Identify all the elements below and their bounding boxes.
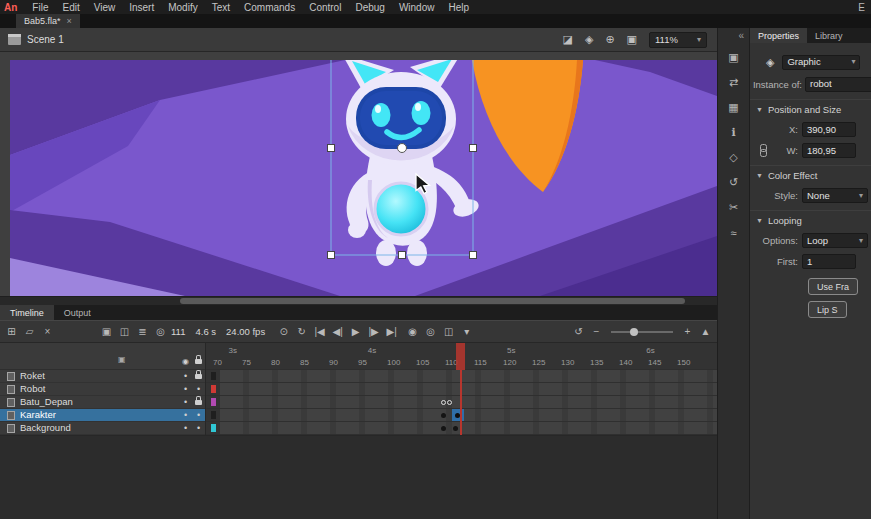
zoom-out-icon[interactable]: − — [591, 327, 602, 337]
options-dropdown[interactable]: Loop▾ — [802, 233, 868, 248]
x-field[interactable]: 390,90 — [802, 122, 856, 137]
center-stage-icon[interactable]: ⊕ — [605, 34, 614, 45]
menu-help[interactable]: Help — [441, 2, 476, 13]
layer-background[interactable]: Background•• — [0, 422, 205, 435]
modify-markers-icon[interactable]: ▾ — [461, 327, 472, 337]
layer-lock-toggle[interactable] — [192, 398, 205, 407]
layer-depth-icon[interactable]: ≣ — [137, 327, 148, 337]
edit-multiple-frames-icon[interactable]: ◫ — [443, 327, 454, 337]
layer-lock-toggle[interactable]: • — [192, 385, 205, 394]
camera-icon[interactable]: ▣ — [101, 327, 112, 337]
timeline-zoom-slider[interactable] — [611, 331, 673, 333]
layer-batu_depan[interactable]: Batu_Depan• — [0, 396, 205, 409]
info-panel-icon[interactable]: ℹ — [723, 122, 745, 143]
first-field[interactable]: 1 — [802, 254, 856, 269]
disclosure-triangle-icon[interactable]: ▼ — [756, 217, 763, 224]
next-frame-icon[interactable]: |▶ — [368, 327, 379, 337]
selection-handle[interactable] — [399, 252, 406, 259]
menu-view[interactable]: View — [87, 2, 123, 13]
insert-layer-icon[interactable]: ⊞ — [6, 327, 17, 337]
horizontal-scrollbar[interactable] — [0, 296, 717, 305]
collapse-panels-icon[interactable]: « — [738, 30, 749, 41]
menu-debug[interactable]: Debug — [348, 2, 391, 13]
highlight-layers-icon[interactable]: ◎ — [155, 327, 166, 337]
menu-window[interactable]: Window — [392, 2, 442, 13]
layer-lock-toggle[interactable]: • — [192, 424, 205, 433]
frames-area[interactable]: 3s4s5s6s70758085909510010511011512012513… — [205, 343, 717, 435]
edit-scene-icon[interactable]: ◪ — [563, 34, 573, 45]
swap-panel-icon[interactable]: ⇄ — [723, 72, 745, 93]
app-logo[interactable]: An — [4, 2, 17, 13]
section-header-position-and-size[interactable]: ▼Position and Size — [750, 99, 871, 119]
zoom-select[interactable]: 111% ▾ — [649, 32, 707, 48]
frame-rate[interactable]: 24.00 fps — [226, 326, 265, 337]
pasteboard[interactable] — [0, 52, 717, 296]
use-fra-button[interactable]: Use Fra — [808, 278, 858, 295]
scrollbar-thumb[interactable] — [180, 298, 685, 304]
disclosure-triangle-icon[interactable]: ▼ — [756, 172, 763, 179]
go-first-icon[interactable]: |◀ — [314, 327, 325, 337]
play-icon[interactable]: ▶ — [350, 327, 361, 337]
selection-handle[interactable] — [470, 145, 477, 152]
tab-timeline[interactable]: Timeline — [0, 305, 54, 320]
symbol-type-dropdown[interactable]: Graphic ▾ — [782, 55, 860, 70]
layer-lock-toggle[interactable] — [192, 372, 205, 381]
style-dropdown[interactable]: None▾ — [802, 188, 868, 203]
stage[interactable] — [10, 60, 717, 296]
camera-toggle-icon[interactable]: ▣ — [118, 355, 126, 364]
go-last-icon[interactable]: ▶| — [386, 327, 397, 337]
layer-visibility-dot[interactable]: • — [179, 385, 192, 394]
instance-name-field[interactable]: robot — [805, 77, 871, 92]
w-field[interactable]: 180,95 — [802, 143, 856, 158]
menu-commands[interactable]: Commands — [237, 2, 302, 13]
transform-point[interactable] — [398, 144, 407, 153]
disclosure-triangle-icon[interactable]: ▼ — [756, 106, 763, 113]
camera-panel-icon[interactable]: ▣ — [723, 47, 745, 68]
selection-handle[interactable] — [328, 252, 335, 259]
chart-panel-icon[interactable]: ≈ — [723, 222, 745, 243]
lip-s-button[interactable]: Lip S — [808, 301, 847, 318]
tab-library[interactable]: Library — [807, 28, 851, 43]
layer-visibility-dot[interactable]: • — [179, 372, 192, 381]
center-playhead-icon[interactable]: ⊙ — [278, 327, 289, 337]
show-hide-all-icon[interactable]: ◉ — [179, 358, 192, 366]
layer-robot[interactable]: Robot•• — [0, 383, 205, 396]
clip-content-icon[interactable]: ▣ — [627, 34, 637, 45]
onion-skin-icon[interactable]: ◉ — [407, 327, 418, 337]
layer-lock-toggle[interactable]: • — [192, 411, 205, 420]
menu-control[interactable]: Control — [302, 2, 348, 13]
insert-folder-icon[interactable]: ▱ — [24, 327, 35, 337]
loop-playback-icon[interactable]: ↻ — [296, 327, 307, 337]
edit-symbols-icon[interactable]: ◈ — [585, 34, 593, 45]
section-header-color-effect[interactable]: ▼Color Effect — [750, 165, 871, 185]
show-parent-layers-icon[interactable]: ◫ — [119, 327, 130, 337]
scene-name[interactable]: Scene 1 — [27, 34, 64, 45]
stage-canvas[interactable] — [10, 60, 717, 296]
layer-visibility-dot[interactable]: • — [179, 424, 192, 433]
zoom-in-icon[interactable]: + — [682, 327, 693, 337]
document-tab[interactable]: Bab5.fla* × — [16, 14, 80, 28]
transform-panel-icon[interactable]: ◇ — [723, 147, 745, 168]
section-header-looping[interactable]: ▼Looping — [750, 210, 871, 230]
frame-view-icon[interactable]: ▲ — [700, 327, 711, 337]
prev-frame-icon[interactable]: ◀| — [332, 327, 343, 337]
tab-output[interactable]: Output — [54, 305, 101, 320]
align-panel-icon[interactable]: ▦ — [723, 97, 745, 118]
history-panel-icon[interactable]: ↺ — [723, 172, 745, 193]
current-frame[interactable]: 111 — [171, 326, 185, 337]
selection-handle[interactable] — [328, 145, 335, 152]
selection-handle[interactable] — [470, 252, 477, 259]
scissors-panel-icon[interactable]: ✂ — [723, 197, 745, 218]
layer-roket[interactable]: Roket• — [0, 370, 205, 383]
onion-skin-outlines-icon[interactable]: ◎ — [425, 327, 436, 337]
menu-modify[interactable]: Modify — [161, 2, 204, 13]
menu-insert[interactable]: Insert — [122, 2, 161, 13]
close-tab-icon[interactable]: × — [67, 16, 72, 26]
workspace-label[interactable]: E — [858, 2, 871, 13]
playhead-handle[interactable] — [456, 343, 465, 370]
layer-visibility-dot[interactable]: • — [179, 411, 192, 420]
reset-timeline-zoom-icon[interactable]: ↺ — [573, 327, 584, 337]
lock-all-icon[interactable] — [192, 357, 205, 366]
layer-karakter[interactable]: Karakter•• — [0, 409, 205, 422]
layer-visibility-dot[interactable]: • — [179, 398, 192, 407]
